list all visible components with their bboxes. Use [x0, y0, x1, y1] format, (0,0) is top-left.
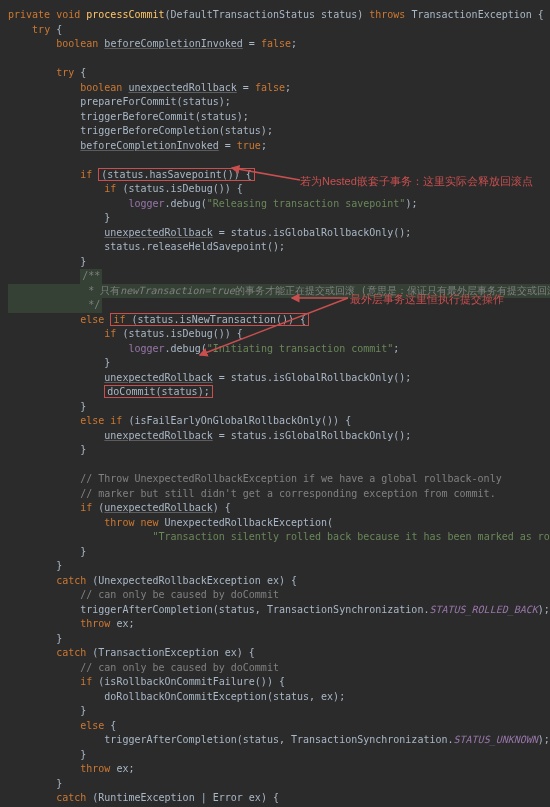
code-block: private void processCommit(DefaultTransa… [8, 8, 542, 807]
box-has-savepoint: (status.hasSavepoint()) { [98, 168, 255, 181]
box-do-commit: doCommit(status); [104, 385, 212, 398]
annotation-outer: 最外层事务这里恒执行提交操作 [350, 292, 504, 308]
box-is-new-transaction: if (status.isNewTransaction()) { [110, 313, 309, 326]
annotation-nested: 若为Nested嵌套子事务：这里实际会释放回滚点 [300, 174, 533, 190]
